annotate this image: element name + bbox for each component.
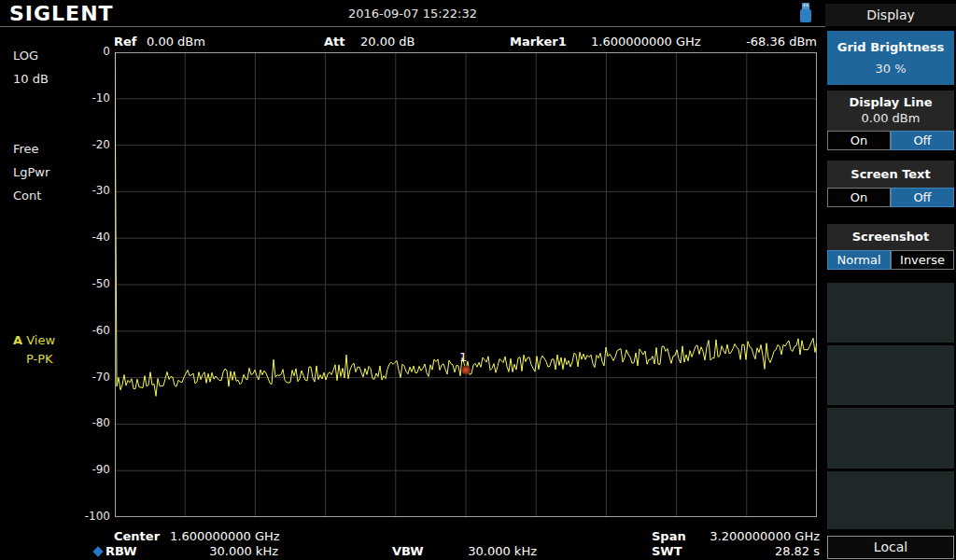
y-tick-label: -30 (56, 184, 110, 197)
local-button[interactable]: Local (827, 536, 954, 559)
center-freq-label: Center (114, 529, 160, 543)
scale-type-label: LOG (13, 49, 38, 63)
grid-brightness-value: 30 % (827, 54, 954, 76)
center-freq-value: 1.600000000 GHz (170, 529, 280, 543)
usb-storage-icon (797, 2, 813, 28)
detector-label: P-PK (26, 352, 53, 366)
display-line-value: 0.00 dBm (827, 109, 954, 125)
vbw-label: VBW (392, 544, 424, 558)
grid-brightness-label: Grid Brightness (827, 31, 954, 54)
rbw-label: RBW (105, 544, 137, 558)
screen-text-toggle: On Off (827, 188, 954, 207)
y-tick-label: -40 (56, 231, 110, 244)
marker-label: Marker1 (510, 35, 567, 49)
analyzer-screen: SIGLENT 2016-09-07 15:22:32 Ref 0.00 dBm… (0, 0, 956, 560)
vbw-value: 30.000 kHz (428, 544, 537, 558)
trace-id: A (13, 333, 22, 347)
softkey-screenshot[interactable]: Screenshot Normal Inverse (827, 224, 954, 270)
sweep-mode-label: Cont (13, 189, 41, 203)
ref-value: 0.00 dBm (147, 35, 205, 49)
display-line-on-button[interactable]: On (827, 131, 891, 150)
att-value: 20.00 dB (360, 35, 415, 49)
rbw-value: 30.000 kHz (168, 544, 278, 558)
softkey-display-line[interactable]: Display Line 0.00 dBm On Off (827, 91, 954, 150)
screenshot-toggle: Normal Inverse (827, 250, 954, 270)
y-tick-label: -80 (56, 416, 110, 429)
softkey-empty-1 (827, 283, 954, 343)
marker-frequency: 1.600000000 GHz (591, 35, 701, 49)
trace-color-diamond-icon (92, 546, 103, 556)
screenshot-label: Screenshot (827, 224, 954, 244)
display-line-toggle: On Off (827, 131, 954, 150)
screenshot-normal-button[interactable]: Normal (827, 250, 891, 270)
screen-text-on-button[interactable]: On (827, 188, 891, 207)
preamp-label: LgPwr (13, 165, 49, 179)
softkey-grid-brightness[interactable]: Grid Brightness 30 % (827, 31, 954, 85)
screenshot-inverse-button[interactable]: Inverse (891, 250, 954, 270)
screen-text-off-button[interactable]: Off (891, 188, 954, 207)
menu-title: Display (825, 4, 956, 26)
header-divider (0, 26, 825, 27)
softkey-empty-2 (827, 345, 954, 405)
span-value: 3.200000000 GHz (691, 529, 820, 543)
trace-mode: View (26, 333, 55, 347)
svg-text:1: 1 (459, 350, 467, 364)
swt-value: 28.82 s (691, 544, 820, 558)
display-line-off-button[interactable]: Off (891, 131, 954, 150)
display-line-label: Display Line (827, 91, 954, 109)
y-tick-label: 0 (56, 45, 110, 58)
softkey-empty-4 (827, 471, 954, 529)
ref-label: Ref (114, 35, 136, 49)
softkey-screen-text[interactable]: Screen Text On Off (827, 161, 954, 207)
softkey-menu: Display Grid Brightness 30 % Display Lin… (825, 0, 956, 560)
span-label: Span (652, 529, 686, 543)
trace-status-label: A View (13, 333, 55, 347)
y-tick-label: -50 (56, 277, 110, 290)
trigger-label: Free (13, 142, 39, 156)
y-tick-label: -100 (56, 510, 110, 523)
spectrum-plot: 1 (115, 52, 817, 521)
marker-amplitude: -68.36 dBm (710, 35, 817, 49)
softkey-empty-3 (827, 408, 954, 469)
y-tick-label: -60 (56, 324, 110, 337)
y-tick-label: -20 (56, 138, 110, 151)
datetime-display: 2016-09-07 15:22:32 (0, 7, 825, 21)
y-tick-label: -70 (56, 371, 110, 384)
scale-div-label: 10 dB (13, 72, 49, 86)
y-tick-label: -90 (56, 463, 110, 476)
y-tick-label: -10 (56, 91, 110, 105)
swt-label: SWT (652, 544, 682, 558)
screen-text-label: Screen Text (827, 161, 954, 181)
att-label: Att (324, 35, 345, 49)
